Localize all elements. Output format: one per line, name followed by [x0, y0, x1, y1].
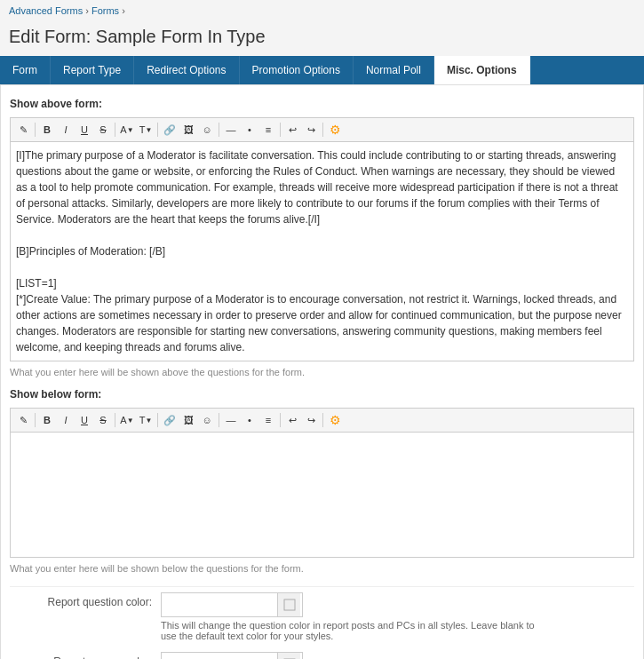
below-toolbar-emoji-btn[interactable]: ☺ [198, 411, 216, 429]
below-toolbar-image-btn[interactable]: 🖼 [179, 411, 197, 429]
toolbar-underline-btn[interactable]: U [76, 121, 93, 139]
toolbar-sep-4 [219, 123, 219, 137]
above-form-editor: ✎ B I U S A▼ T▼ 🔗 🖼 ☺ — • ≡ ↩ ↪ ⚙ [I]The… [10, 117, 634, 361]
toolbar-italic-btn[interactable]: I [57, 121, 75, 139]
toolbar-list-btn[interactable]: • [241, 121, 258, 139]
tab-form[interactable]: Form [0, 56, 51, 84]
below-toolbar-settings-btn[interactable]: ⚙ [326, 411, 344, 429]
below-toolbar-font-color-btn[interactable]: A▼ [118, 411, 136, 429]
toolbar-sep-6 [322, 123, 323, 137]
report-answer-color-input-wrap [161, 652, 303, 659]
below-toolbar-sep-6 [322, 413, 323, 427]
below-toolbar-italic-btn[interactable]: I [57, 411, 75, 429]
above-form-editor-body[interactable]: [I]The primary purpose of a Moderator is… [11, 142, 633, 361]
report-answer-color-label: Report answer color: [19, 652, 161, 659]
toolbar-strike-btn[interactable]: S [94, 121, 112, 139]
tab-redirect-options[interactable]: Redirect Options [134, 56, 239, 84]
breadcrumb-sep2: › [122, 5, 125, 16]
below-toolbar-text-style-btn[interactable]: T▼ [137, 411, 155, 429]
toolbar-image-btn[interactable]: 🖼 [179, 121, 197, 139]
report-answer-color-inner: This will change the answer color in rep… [161, 652, 625, 659]
report-question-color-inner: This will change the question color in r… [161, 592, 625, 641]
below-toolbar-sep-3 [157, 413, 158, 427]
toolbar-emoji-btn[interactable]: ☺ [198, 121, 216, 139]
below-toolbar-sep-1 [35, 413, 36, 427]
below-toolbar-list-btn[interactable]: • [241, 411, 258, 429]
page-title: Edit Form: Sample Form In Type [0, 21, 644, 56]
report-answer-color-row: Report answer color: This will change th… [10, 652, 634, 659]
report-answer-color-input[interactable] [162, 655, 277, 659]
svg-rect-1 [285, 600, 294, 609]
below-toolbar-source-btn[interactable]: ✎ [14, 411, 32, 429]
below-toolbar-link-btn[interactable]: 🔗 [161, 411, 179, 429]
color-picker-icon [283, 599, 296, 611]
toolbar-undo-btn[interactable]: ↩ [283, 121, 301, 139]
show-above-form-label: Show above form: [10, 94, 634, 114]
report-answer-color-picker-btn[interactable] [277, 653, 300, 659]
above-form-content: [I]The primary purpose of a Moderator is… [16, 147, 628, 355]
toolbar-sep-2 [115, 123, 115, 137]
tab-promotion-options[interactable]: Promotion Options [240, 56, 354, 84]
report-question-color-picker-btn[interactable] [277, 593, 300, 616]
below-form-toolbar: ✎ B I U S A▼ T▼ 🔗 🖼 ☺ — • ≡ ↩ ↪ ⚙ [11, 409, 633, 433]
below-form-editor: ✎ B I U S A▼ T▼ 🔗 🖼 ☺ — • ≡ ↩ ↪ ⚙ [10, 408, 634, 558]
toolbar-link-btn[interactable]: 🔗 [161, 121, 179, 139]
below-toolbar-underline-btn[interactable]: U [76, 411, 93, 429]
report-question-color-hint: This will change the question color in r… [161, 620, 543, 641]
tab-misc-options[interactable]: Misc. Options [434, 56, 530, 84]
tabs-bar: Form Report Type Redirect Options Promot… [0, 56, 644, 84]
above-form-toolbar: ✎ B I U S A▼ T▼ 🔗 🖼 ☺ — • ≡ ↩ ↪ ⚙ [11, 118, 633, 142]
toolbar-bold-btn[interactable]: B [38, 121, 56, 139]
tab-normal-poll[interactable]: Normal Poll [354, 56, 434, 84]
content-area: Show above form: ✎ B I U S A▼ T▼ 🔗 🖼 ☺ —… [0, 84, 644, 659]
report-question-color-label: Report question color: [19, 592, 161, 608]
below-toolbar-sep-2 [115, 413, 115, 427]
toolbar-indent-btn[interactable]: ≡ [259, 121, 277, 139]
below-toolbar-hr-btn[interactable]: — [222, 411, 240, 429]
below-toolbar-strike-btn[interactable]: S [94, 411, 112, 429]
divider [10, 586, 634, 587]
report-question-color-input[interactable] [162, 596, 277, 614]
breadcrumb-forms[interactable]: Forms [91, 5, 119, 16]
toolbar-sep-3 [157, 123, 158, 137]
tab-report-type[interactable]: Report Type [51, 56, 134, 84]
below-toolbar-indent-btn[interactable]: ≡ [259, 411, 277, 429]
below-toolbar-bold-btn[interactable]: B [38, 411, 56, 429]
toolbar-sep-5 [280, 123, 281, 137]
show-below-form-label: Show below form: [10, 385, 634, 404]
report-question-color-row: Report question color: This will change … [10, 592, 634, 641]
report-question-color-input-wrap [161, 592, 303, 617]
toolbar-redo-btn[interactable]: ↪ [302, 121, 320, 139]
below-toolbar-undo-btn[interactable]: ↩ [283, 411, 301, 429]
breadcrumb-advanced-forms[interactable]: Advanced Forms [9, 5, 83, 16]
breadcrumb: Advanced Forms › Forms › [0, 0, 644, 21]
below-toolbar-sep-4 [219, 413, 219, 427]
toolbar-source-btn[interactable]: ✎ [14, 121, 32, 139]
below-toolbar-redo-btn[interactable]: ↪ [302, 411, 320, 429]
below-form-editor-body[interactable] [11, 433, 633, 557]
toolbar-font-color-btn[interactable]: A▼ [118, 121, 136, 139]
toolbar-text-style-btn[interactable]: T▼ [137, 121, 155, 139]
below-form-hint: What you enter here will be shown below … [10, 561, 634, 581]
toolbar-settings-btn[interactable]: ⚙ [326, 121, 344, 139]
breadcrumb-sep1: › [85, 5, 91, 16]
toolbar-sep-1 [35, 123, 36, 137]
toolbar-hr-btn[interactable]: — [222, 121, 240, 139]
above-form-hint: What you enter here will be shown above … [10, 365, 634, 385]
below-toolbar-sep-5 [280, 413, 281, 427]
